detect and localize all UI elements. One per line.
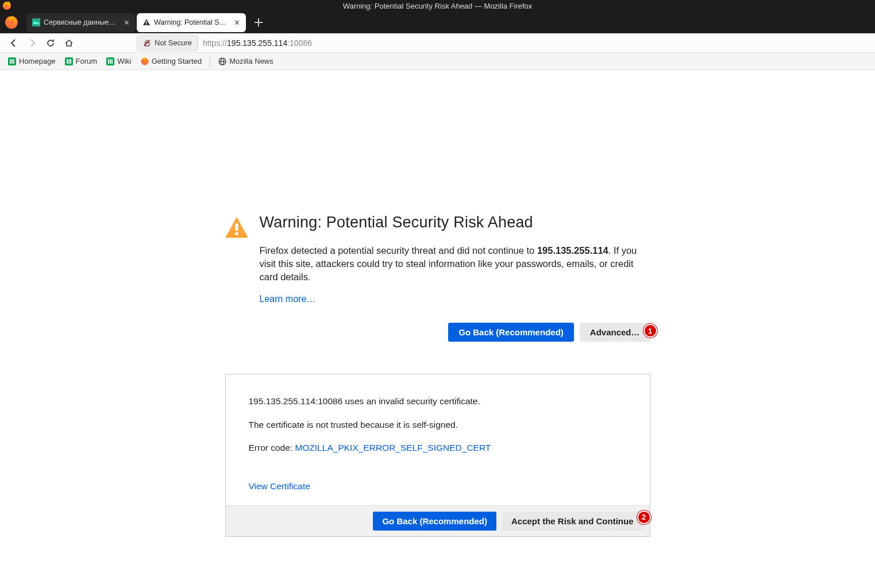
error-code-line: Error code: MOZILLA_PKIX_ERROR_SELF_SIGN…	[249, 442, 627, 454]
view-certificate-link[interactable]: View Certificate	[249, 481, 310, 492]
advanced-button[interactable]: Advanced…	[580, 323, 650, 342]
error-code-link[interactable]: MOZILLA_PKIX_ERROR_SELF_SIGNED_CERT	[295, 443, 491, 452]
tab-strip: Сервисные данные – Vee… ✕ Warning: Poten…	[0, 11, 875, 33]
firefox-logo	[5, 16, 18, 29]
forward-button[interactable]	[24, 35, 40, 51]
bookmarks-toolbar: Homepage Forum Wiki Getting Started Mozi…	[0, 53, 875, 70]
tab-active[interactable]: Warning: Potential Security… ✕	[137, 13, 246, 32]
bookmark-wiki[interactable]: Wiki	[103, 55, 135, 67]
warning-triangle-icon	[142, 18, 151, 26]
security-label: Not Secure	[155, 38, 192, 47]
reload-button[interactable]	[43, 35, 59, 51]
bookmark-getting-started[interactable]: Getting Started	[137, 55, 205, 67]
warning-title: Warning: Potential Security Risk Ahead	[260, 214, 650, 231]
separator	[210, 55, 210, 68]
tab-inactive[interactable]: Сервисные данные – Vee… ✕	[26, 13, 136, 32]
site-icon	[106, 57, 114, 65]
close-icon[interactable]: ✕	[124, 18, 130, 27]
bookmark-forum[interactable]: Forum	[61, 55, 101, 67]
security-warning: Warning: Potential Security Risk Ahead F…	[225, 214, 650, 588]
go-back-button-2[interactable]: Go Back (Recommended)	[373, 512, 496, 531]
window-title: Warning: Potential Security Risk Ahead —…	[343, 2, 533, 10]
tab-title: Warning: Potential Security…	[154, 18, 228, 26]
warning-description: Firefox detected a potential security th…	[260, 244, 650, 284]
bookmark-homepage[interactable]: Homepage	[5, 55, 59, 67]
go-back-button[interactable]: Go Back (Recommended)	[448, 323, 574, 342]
firefox-icon	[2, 1, 11, 10]
lock-warning-icon	[143, 39, 151, 47]
nav-toolbar: Not Secure https://195.135.255.114:10086	[0, 33, 875, 53]
tab-title: Сервисные данные – Vee…	[44, 18, 118, 26]
annotation-marker-1: 1	[643, 324, 657, 338]
url-text: https://195.135.255.114:10086	[203, 38, 312, 48]
learn-more-link[interactable]: Learn more…	[260, 294, 316, 304]
browser-chrome: Сервисные данные – Vee… ✕ Warning: Poten…	[0, 11, 875, 33]
close-icon[interactable]: ✕	[234, 18, 240, 27]
warning-icon	[225, 214, 248, 238]
svg-rect-3	[146, 21, 147, 24]
site-icon	[8, 57, 16, 65]
home-button[interactable]	[61, 35, 77, 51]
advanced-panel: 195.135.255.114:10086 uses an invalid se…	[225, 374, 650, 536]
svg-rect-4	[146, 24, 147, 25]
page-content: Warning: Potential Security Risk Ahead F…	[0, 70, 875, 588]
cert-invalid-text: 195.135.255.114:10086 uses an invalid se…	[249, 395, 627, 408]
svg-rect-11	[235, 223, 238, 231]
site-icon	[65, 57, 73, 65]
accept-risk-button[interactable]: Accept the Risk and Continue	[502, 512, 643, 531]
firefox-icon	[141, 57, 149, 65]
security-badge[interactable]: Not Secure	[137, 35, 198, 51]
url-bar[interactable]: Not Secure https://195.135.255.114:10086	[137, 35, 869, 51]
tab-favicon	[32, 18, 40, 26]
back-button[interactable]	[6, 35, 22, 51]
os-titlebar: Warning: Potential Security Risk Ahead —…	[0, 0, 875, 11]
cert-selfsigned-text: The certificate is not trusted because i…	[249, 419, 627, 431]
globe-icon	[218, 57, 226, 65]
new-tab-button[interactable]	[250, 14, 267, 30]
svg-point-12	[235, 232, 238, 235]
annotation-marker-2: 2	[637, 510, 651, 524]
bookmark-mozilla-news[interactable]: Mozilla News	[215, 55, 277, 67]
